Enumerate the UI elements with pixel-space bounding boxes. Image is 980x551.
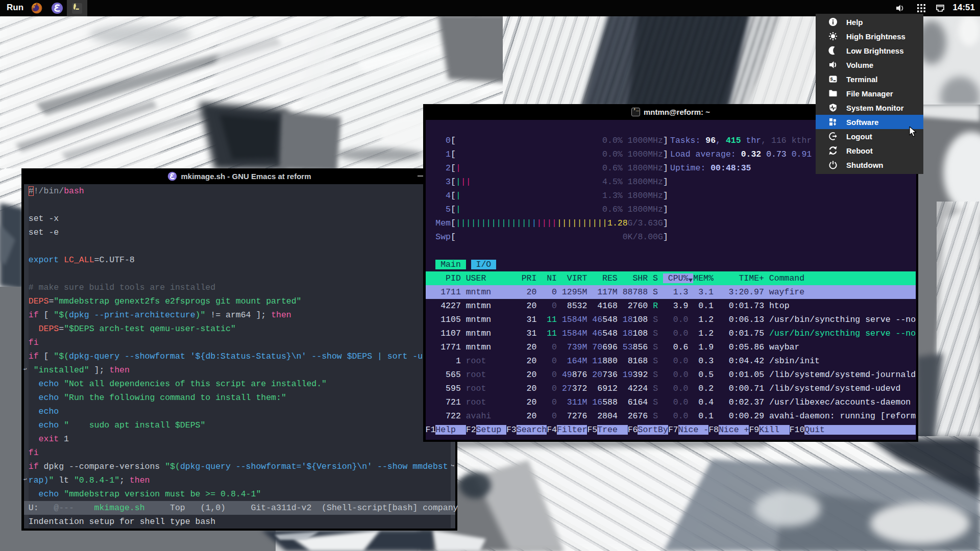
svg-text:$: $ (830, 77, 833, 82)
